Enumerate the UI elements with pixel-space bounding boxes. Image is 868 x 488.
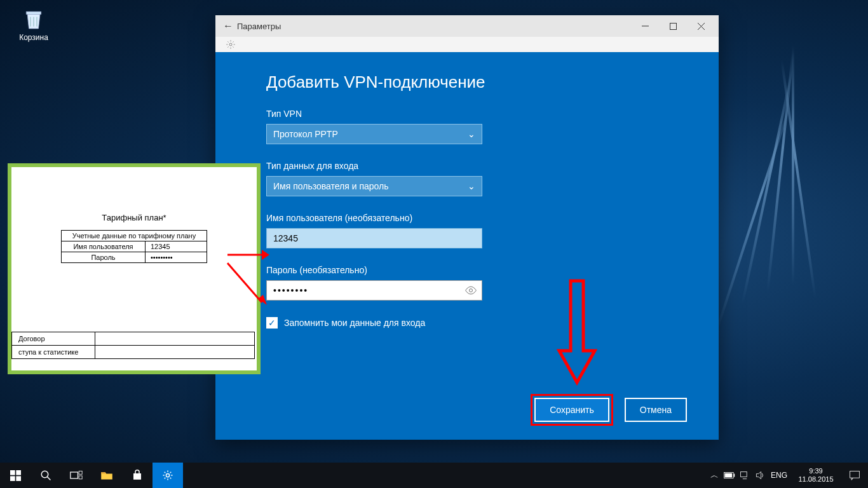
svg-rect-9: [16, 470, 21, 475]
maximize-icon: [670, 23, 677, 30]
windows-logo-icon: [10, 470, 21, 481]
panel-heading: Добавить VPN-подключение: [266, 72, 681, 92]
doc-title: Тарифный план*: [17, 213, 252, 222]
password-input[interactable]: [266, 280, 482, 301]
tray-network-icon[interactable]: [737, 463, 752, 488]
taskbar-settings[interactable]: [153, 463, 183, 488]
svg-rect-21: [741, 471, 747, 477]
minimize-icon: [642, 23, 649, 30]
svg-rect-14: [71, 472, 78, 478]
vpn-type-select[interactable]: Протокол PPTP ⌄: [266, 124, 482, 144]
back-button[interactable]: ←: [219, 20, 237, 32]
vpn-type-label: Тип VPN: [266, 109, 681, 119]
vpn-add-panel: Добавить VPN-подключение Тип VPN Протоко…: [215, 52, 719, 440]
start-button[interactable]: [0, 463, 31, 488]
task-view-icon: [70, 470, 83, 480]
task-view-button[interactable]: [61, 463, 92, 488]
username-label: Имя пользователя (необязательно): [266, 213, 681, 223]
window-titlebar: ← Параметры: [215, 15, 719, 37]
tray-notifications[interactable]: [841, 470, 868, 481]
tray-volume-icon[interactable]: [752, 463, 768, 488]
svg-rect-15: [79, 471, 82, 474]
minimize-button[interactable]: [631, 15, 659, 37]
username-input[interactable]: [266, 228, 482, 248]
credentials-table: Учетные данные по тарифному плану Имя по…: [61, 230, 207, 263]
svg-point-17: [166, 473, 169, 477]
cancel-button[interactable]: Отмена: [625, 398, 687, 422]
maximize-button[interactable]: [659, 15, 687, 37]
svg-rect-10: [10, 476, 15, 481]
tray-battery-icon[interactable]: [722, 463, 737, 488]
search-icon: [40, 470, 51, 481]
password-label: Пароль (необязательно): [266, 265, 681, 275]
close-icon: [698, 23, 705, 30]
checkbox-checked-icon: ✓: [266, 317, 278, 329]
svg-rect-20: [725, 473, 732, 478]
svg-point-12: [41, 471, 48, 478]
chevron-down-icon: ⌄: [468, 129, 475, 139]
svg-rect-1: [670, 23, 676, 29]
settings-window: ← Параметры СЕТЬ И ИНТЕРНЕТ Добавить VPN…: [215, 15, 719, 440]
taskbar-file-explorer[interactable]: [92, 463, 122, 488]
svg-rect-16: [79, 476, 82, 479]
remember-checkbox[interactable]: ✓ Запомнить мои данные для входа: [266, 317, 681, 329]
svg-rect-22: [850, 471, 860, 478]
desktop-icon-recycle-bin[interactable]: Корзина: [11, 6, 56, 42]
svg-line-13: [47, 477, 50, 480]
taskbar: ︿ ENG 9:39 11.08.2015: [0, 463, 868, 488]
tariff-document: Тарифный план* Учетные данные по тарифно…: [8, 163, 261, 374]
svg-rect-11: [16, 476, 21, 481]
gear-icon: [226, 39, 236, 50]
auth-type-select[interactable]: Имя пользователя и пароль ⌄: [266, 176, 482, 196]
svg-point-4: [229, 43, 232, 46]
desktop-icon-label: Корзина: [11, 33, 56, 42]
recycle-bin-icon: [21, 6, 46, 32]
notification-icon: [849, 470, 860, 481]
folder-icon: [100, 470, 113, 480]
svg-rect-19: [734, 474, 735, 477]
chevron-down-icon: ⌄: [468, 181, 475, 191]
doc-footer-table: Договор ступа к статистике: [11, 332, 255, 359]
tray-clock[interactable]: 9:39 11.08.2015: [790, 467, 841, 484]
auth-type-label: Тип данных для входа: [266, 161, 681, 171]
system-tray: ︿ ENG 9:39 11.08.2015: [707, 463, 868, 488]
tray-language[interactable]: ENG: [768, 471, 790, 480]
save-button[interactable]: Сохранить: [534, 398, 609, 422]
svg-rect-8: [10, 470, 15, 475]
window-subheader: СЕТЬ И ИНТЕРНЕТ: [215, 37, 719, 53]
svg-point-5: [470, 289, 473, 292]
window-title: Параметры: [237, 22, 631, 31]
reveal-password-icon[interactable]: [465, 284, 477, 299]
gear-icon: [162, 470, 173, 481]
tray-chevron-up-icon[interactable]: ︿: [707, 463, 722, 488]
taskbar-store[interactable]: [122, 463, 153, 488]
close-button[interactable]: [687, 15, 715, 37]
store-icon: [132, 470, 143, 481]
search-button[interactable]: [31, 463, 61, 488]
